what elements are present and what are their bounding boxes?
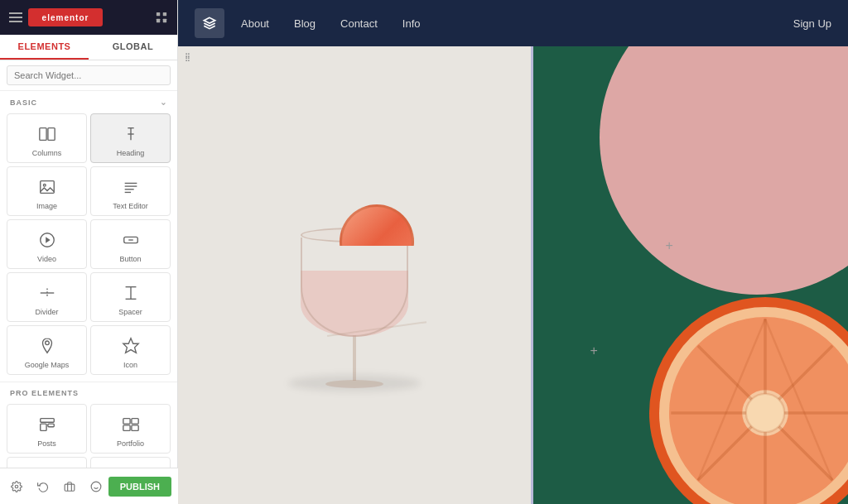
panel-header: elementor [0, 0, 177, 35]
svg-rect-27 [47, 424, 53, 427]
publish-button[interactable]: PUBLISH [108, 477, 171, 497]
widget-posts[interactable]: Posts [7, 404, 87, 454]
svg-marker-16 [46, 237, 51, 242]
svg-rect-26 [40, 424, 46, 430]
widget-columns[interactable]: Columns [7, 113, 87, 163]
widget-spacer[interactable]: Spacer [90, 272, 171, 322]
canvas-right[interactable]: + + [533, 46, 848, 504]
canvas-left[interactable]: ⣿ [178, 46, 531, 504]
widget-button[interactable]: Button [90, 219, 171, 269]
widgets-area: BASIC ⌄ Columns Heading [0, 91, 177, 504]
divider-icon [36, 281, 59, 305]
pink-circle [600, 46, 848, 295]
logo-text: elementor [42, 13, 89, 22]
app-container: elementor ELEMENTS GLOBAL [0, 0, 848, 504]
svg-point-44 [91, 482, 101, 492]
svg-rect-25 [40, 419, 54, 423]
svg-rect-29 [131, 419, 137, 424]
spacer-label: Spacer [118, 308, 142, 316]
canvas-area: ⣿ + + [178, 46, 848, 504]
nav-about[interactable]: About [241, 17, 269, 30]
svg-point-10 [43, 184, 46, 186]
text-editor-label: Text Editor [113, 202, 148, 210]
elementor-logo: elementor [28, 8, 103, 26]
resize-handle-indicator[interactable]: ⣿ [185, 53, 190, 61]
svg-point-55 [746, 394, 784, 432]
posts-icon [36, 413, 59, 436]
grid-icon[interactable] [154, 10, 169, 25]
citrus-slice [649, 297, 848, 504]
image-icon [36, 175, 59, 199]
search-area [0, 60, 177, 91]
widget-video[interactable]: Video [7, 219, 87, 269]
canvas-plus-button[interactable]: + [666, 238, 673, 253]
portfolio-label: Portfolio [117, 439, 144, 448]
svg-rect-1 [163, 12, 166, 16]
top-nav: About Blog Contact Info Sign Up [178, 0, 848, 46]
panel-tabs: ELEMENTS GLOBAL [0, 35, 177, 60]
panel-header-icons [154, 10, 169, 25]
pro-section-title: PRO ELEMENTS [0, 382, 177, 401]
svg-rect-30 [123, 425, 129, 430]
google-maps-icon [36, 334, 59, 358]
bottom-icons [7, 477, 106, 497]
drink-glass-visual [263, 143, 446, 408]
video-label: Video [37, 255, 56, 263]
divider-label: Divider [35, 308, 58, 316]
google-maps-label: Google Maps [25, 361, 70, 369]
search-input[interactable] [7, 65, 171, 85]
widget-heading[interactable]: Heading [90, 113, 171, 163]
portfolio-icon [119, 413, 142, 436]
widget-divider[interactable]: Divider [7, 272, 87, 322]
widget-text-editor[interactable]: Text Editor [90, 166, 171, 216]
smiley-bottom-icon[interactable] [86, 477, 106, 497]
nav-contact[interactable]: Contact [340, 17, 378, 30]
panel-header-logo: elementor [8, 8, 103, 26]
tab-global[interactable]: GLOBAL [89, 35, 177, 60]
svg-marker-24 [123, 338, 137, 353]
basic-widgets-grid: Columns Heading Image [0, 110, 177, 378]
posts-label: Posts [37, 439, 56, 448]
svg-rect-5 [47, 128, 54, 141]
widget-portfolio[interactable]: Portfolio [90, 404, 171, 454]
history-bottom-icon[interactable] [33, 477, 53, 497]
responsive-bottom-icon[interactable] [60, 477, 80, 497]
svg-rect-3 [163, 19, 166, 22]
button-label: Button [119, 255, 141, 263]
nav-blog[interactable]: Blog [294, 17, 316, 30]
icon-label: Icon [123, 361, 137, 369]
settings-bottom-icon[interactable] [7, 477, 26, 497]
icon-widget-icon [119, 334, 142, 358]
left-panel: elementor ELEMENTS GLOBAL [0, 0, 178, 504]
site-logo [195, 8, 224, 38]
widget-image[interactable]: Image [7, 166, 87, 216]
spacer-icon [119, 281, 142, 305]
image-label: Image [36, 202, 57, 210]
svg-rect-31 [131, 425, 137, 430]
svg-rect-4 [39, 128, 46, 141]
svg-rect-28 [123, 419, 129, 424]
basic-chevron-icon: ⌄ [160, 98, 167, 107]
columns-icon [36, 122, 59, 146]
button-icon [119, 228, 142, 252]
heading-icon [119, 122, 142, 146]
svg-point-42 [15, 485, 18, 488]
widget-google-maps[interactable]: Google Maps [7, 325, 87, 375]
nav-info[interactable]: Info [402, 17, 421, 30]
heading-label: Heading [117, 149, 145, 157]
panel-bottom: PUBLISH [0, 468, 178, 504]
canvas-plus-button-2[interactable]: + [590, 343, 597, 358]
widget-icon[interactable]: Icon [90, 325, 171, 375]
video-icon [36, 228, 59, 252]
nav-links: About Blog Contact Info [241, 17, 793, 30]
text-editor-icon [119, 175, 142, 199]
columns-label: Columns [32, 149, 62, 157]
canvas-resize-divider[interactable] [531, 46, 533, 504]
svg-rect-0 [157, 12, 160, 16]
svg-rect-43 [65, 484, 75, 491]
hamburger-icon[interactable] [8, 10, 23, 25]
main-area: About Blog Contact Info Sign Up [178, 0, 848, 504]
svg-rect-2 [157, 19, 160, 22]
nav-signup[interactable]: Sign Up [793, 17, 831, 30]
tab-elements[interactable]: ELEMENTS [0, 35, 89, 60]
